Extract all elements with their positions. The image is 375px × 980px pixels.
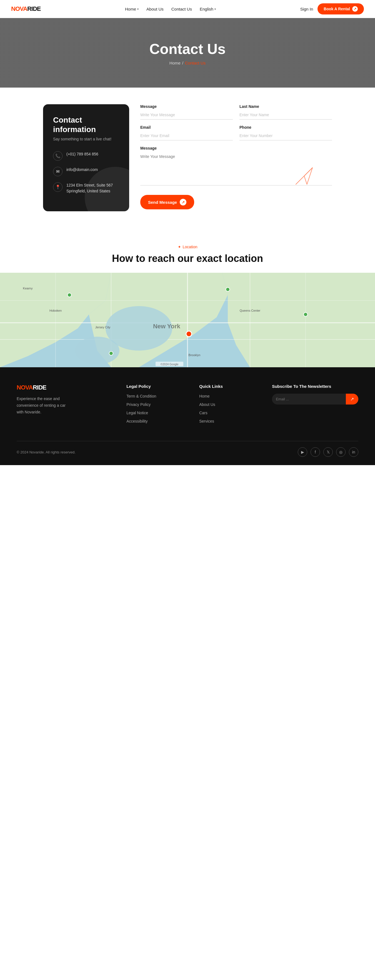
breadcrumb: Home / Contact Us xyxy=(169,60,206,65)
footer-quicklinks-title: Quick Links xyxy=(199,384,261,389)
youtube-icon[interactable]: ▶ xyxy=(298,447,307,457)
list-item: Services xyxy=(199,419,261,424)
email-icon: ✉ xyxy=(53,167,62,176)
nav-signin[interactable]: Sign In xyxy=(300,7,313,11)
nav-links: Home ▾ About Us Contact Us English ▾ xyxy=(125,7,216,11)
nav-home[interactable]: Home ▾ xyxy=(125,7,139,11)
svg-point-14 xyxy=(75,337,119,364)
contact-info-card: Contact information Say something to sta… xyxy=(43,104,129,211)
navbar: NOVARIDE Home ▾ About Us Contact Us Engl… xyxy=(0,0,375,18)
quicklink-services[interactable]: Services xyxy=(199,419,214,423)
nav-right: Sign In Book A Rental ↗ xyxy=(300,3,364,14)
newsletter-input[interactable] xyxy=(272,394,346,404)
email-detail: ✉ info@domain.com xyxy=(53,167,119,176)
footer-logo-ride: RIDE xyxy=(33,384,46,391)
form-group-phone: Phone xyxy=(239,125,332,140)
legal-link-1[interactable]: Privacy Policy xyxy=(127,402,150,407)
map-svg: New York Hoboken Jersey City Queens Cent… xyxy=(0,273,375,367)
email-label: Email xyxy=(140,125,233,130)
address-detail: 📍 1234 Elm Street, Suite 567 Springfield… xyxy=(53,182,119,194)
twitter-x-icon[interactable]: 𝕏 xyxy=(323,447,333,457)
chevron-down-icon: ▾ xyxy=(137,8,139,11)
hero-title: Contact Us xyxy=(149,41,226,57)
instagram-icon[interactable]: ◎ xyxy=(336,447,346,457)
svg-text:©2024 Google: ©2024 Google xyxy=(161,363,179,366)
footer-subscribe: Subscribe To The Newsletters ↗ xyxy=(272,384,358,427)
phone-icon: 📞 xyxy=(53,151,62,161)
list-item: Cars xyxy=(199,410,261,415)
breadcrumb-home[interactable]: Home xyxy=(169,60,180,65)
send-arrow-icon: ↗ xyxy=(180,199,187,205)
phone-detail: 📞 (+01) 789 854 856 xyxy=(53,151,119,161)
svg-point-21 xyxy=(186,331,191,337)
newsletter-button[interactable]: ↗ xyxy=(346,394,358,404)
footer-quicklinks: Quick Links Home About Us Cars Services xyxy=(199,384,261,427)
quicklink-home[interactable]: Home xyxy=(199,394,209,398)
linkedin-icon[interactable]: in xyxy=(349,447,358,457)
nav-about[interactable]: About Us xyxy=(146,7,164,11)
phone-label: Phone xyxy=(239,125,332,130)
footer-legal: Legal Policy Term & Condition Privacy Po… xyxy=(127,384,188,427)
logo-ride: RIDE xyxy=(27,5,41,13)
footer-brand-desc: Experience the ease and convenience of r… xyxy=(17,396,72,415)
logo[interactable]: NOVARIDE xyxy=(11,5,41,13)
chevron-down-icon: ▾ xyxy=(214,8,216,11)
breadcrumb-current: Contact Us xyxy=(185,60,206,65)
contact-info-title: Contact information xyxy=(53,115,119,134)
legal-link-2[interactable]: Legal Notice xyxy=(127,410,148,415)
location-icon: 📍 xyxy=(53,182,62,192)
nav-english[interactable]: English ▾ xyxy=(200,7,216,11)
send-deco-icon xyxy=(293,165,315,187)
location-title: How to reach our exact location xyxy=(0,253,375,264)
email-text: info@domain.com xyxy=(66,167,98,173)
contact-form: Message Last Name Email Phone Message xyxy=(140,104,332,209)
map-container[interactable]: New York Hoboken Jersey City Queens Cent… xyxy=(0,273,375,367)
svg-point-23 xyxy=(226,288,230,291)
email-input[interactable] xyxy=(140,131,233,140)
message-label: Message xyxy=(140,104,233,109)
message-input[interactable] xyxy=(140,110,233,119)
svg-marker-4 xyxy=(222,273,375,367)
svg-text:Brooklyn: Brooklyn xyxy=(188,353,201,357)
form-row-2: Email Phone xyxy=(140,125,332,140)
legal-link-3[interactable]: Accessibility xyxy=(127,419,147,423)
send-button[interactable]: Send Message ↗ xyxy=(140,195,194,209)
svg-text:Kearny: Kearny xyxy=(23,286,33,290)
quicklink-about[interactable]: About Us xyxy=(199,402,215,407)
lastname-input[interactable] xyxy=(239,110,332,119)
list-item: Accessibility xyxy=(127,419,188,424)
form-group-message: Message xyxy=(140,104,233,119)
footer-brand: NOVARIDE Experience the ease and conveni… xyxy=(17,384,115,427)
svg-text:Jersey City: Jersey City xyxy=(95,326,111,329)
lastname-label: Last Name xyxy=(239,104,332,109)
svg-text:New York: New York xyxy=(153,323,180,330)
quicklink-cars[interactable]: Cars xyxy=(199,410,207,415)
footer-logo-nova: NOVA xyxy=(17,384,33,391)
facebook-icon[interactable]: f xyxy=(310,447,320,457)
form-group-email: Email xyxy=(140,125,233,140)
section-tag: ✦ Location xyxy=(0,245,375,249)
phone-input[interactable] xyxy=(239,131,332,140)
svg-text:Hoboken: Hoboken xyxy=(49,309,62,312)
hero-section: Contact Us Home / Contact Us xyxy=(0,18,375,88)
arrow-icon: ↗ xyxy=(352,6,358,12)
footer-grid: NOVARIDE Experience the ease and conveni… xyxy=(17,384,358,427)
phone-text: (+01) 789 854 856 xyxy=(66,151,98,157)
form-row-1: Message Last Name xyxy=(140,104,332,119)
footer: NOVARIDE Experience the ease and conveni… xyxy=(0,367,375,465)
legal-link-0[interactable]: Term & Condition xyxy=(127,394,156,398)
contact-info-subtitle: Say something to start a live chat! xyxy=(53,137,119,141)
list-item: About Us xyxy=(199,402,261,407)
list-item: Legal Notice xyxy=(127,410,188,415)
nav-contact[interactable]: Contact Us xyxy=(171,7,192,11)
location-section: ✦ Location How to reach our exact locati… xyxy=(0,228,375,367)
footer-logo[interactable]: NOVARIDE xyxy=(17,384,115,391)
svg-text:Queens Center: Queens Center xyxy=(240,309,261,312)
form-group-lastname: Last Name xyxy=(239,104,332,119)
book-button[interactable]: Book A Rental ↗ xyxy=(318,3,364,14)
address-text: 1234 Elm Street, Suite 567 Springfield, … xyxy=(66,182,113,194)
newsletter-input-row: ↗ xyxy=(272,394,358,404)
footer-subscribe-title: Subscribe To The Newsletters xyxy=(272,384,358,389)
footer-legal-list: Term & Condition Privacy Policy Legal No… xyxy=(127,394,188,424)
svg-point-24 xyxy=(304,312,307,317)
